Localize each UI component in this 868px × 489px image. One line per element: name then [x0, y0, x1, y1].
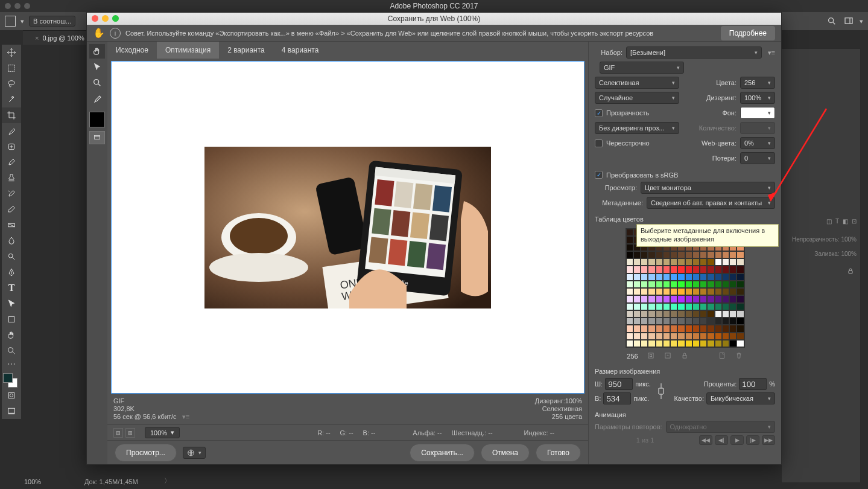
- ct-shift-icon[interactable]: [664, 351, 672, 361]
- tab-source[interactable]: Исходное: [107, 42, 157, 59]
- save-button[interactable]: Сохранить...: [410, 444, 475, 462]
- svg-rect-51: [683, 355, 686, 358]
- workspace-icon[interactable]: [843, 15, 855, 27]
- type-tool-icon[interactable]: T: [2, 280, 21, 296]
- info-colors: 256 цвета: [535, 413, 582, 420]
- websnap-value[interactable]: 0%▾: [740, 137, 775, 149]
- minimize-icon[interactable]: [102, 15, 109, 22]
- crop-tool-icon[interactable]: [2, 107, 21, 123]
- browser-preview-select[interactable]: ▾: [183, 447, 206, 459]
- brush-tool-icon[interactable]: [2, 155, 21, 170]
- panel-icon[interactable]: ◧: [843, 218, 848, 225]
- transp-dither-select[interactable]: Без дизеринга проз...▾: [595, 122, 679, 134]
- link-dimensions-icon[interactable]: [656, 382, 667, 400]
- color-swatch[interactable]: [2, 373, 21, 388]
- document-tab-label: 0.jpg @ 100%: [42, 34, 84, 42]
- matte-select[interactable]: ▾: [740, 107, 775, 119]
- preset-select[interactable]: [Безымени]▾: [626, 46, 762, 59]
- zoom-tool-icon[interactable]: [2, 343, 21, 359]
- move-tool-icon[interactable]: [2, 45, 21, 60]
- tab-2up[interactable]: 2 варианта: [219, 42, 273, 59]
- ratio-select[interactable]: В соотнош...: [29, 16, 75, 27]
- search-icon[interactable]: [826, 15, 838, 27]
- colors-select[interactable]: 256▾: [740, 77, 775, 89]
- quality-select[interactable]: Бикубическая▾: [706, 392, 775, 404]
- heal-tool-icon[interactable]: [2, 139, 21, 155]
- eyedropper-tool-icon[interactable]: [2, 123, 21, 139]
- panel-icon[interactable]: ◫: [826, 218, 832, 225]
- interlaced-checkbox[interactable]: ✓: [595, 139, 603, 147]
- panel-icon[interactable]: ⊡: [852, 218, 857, 225]
- srgb-checkbox[interactable]: ✓: [595, 171, 603, 179]
- path-select-icon[interactable]: [2, 296, 21, 312]
- document-tab[interactable]: × 0.jpg @ 100%: [23, 30, 92, 45]
- transparency-checkbox[interactable]: ✓: [595, 109, 603, 117]
- svg-rect-38: [372, 208, 391, 235]
- eyedropper-icon[interactable]: [89, 91, 105, 106]
- marquee-tool-icon[interactable]: [2, 60, 21, 76]
- info-dither: Дизеринг:100%: [535, 397, 582, 404]
- ct-lock-icon[interactable]: [680, 351, 689, 361]
- more-tools-icon[interactable]: ⋯: [2, 359, 21, 369]
- info-size: 302,8K: [113, 405, 189, 412]
- ct-new-icon[interactable]: [718, 351, 726, 361]
- hand-icon: ✋: [93, 27, 105, 39]
- blur-tool-icon[interactable]: [2, 233, 21, 249]
- slice-select-icon[interactable]: [89, 60, 105, 74]
- format-select[interactable]: GIF▾: [600, 62, 684, 74]
- tip-more-button[interactable]: Подробнее: [721, 26, 775, 40]
- panel-menu-icon[interactable]: ▾≡: [768, 49, 775, 57]
- chevron-right-icon[interactable]: 〉: [164, 476, 171, 485]
- zoom-select[interactable]: 100%▾: [145, 427, 180, 438]
- cancel-button[interactable]: Отмена: [481, 444, 530, 462]
- lossy-value[interactable]: 0▾: [740, 152, 775, 164]
- eyedropper-color[interactable]: [89, 112, 105, 127]
- metadata-select[interactable]: Сведения об авт. правах и контакты▾: [647, 197, 775, 209]
- ct-snap-icon[interactable]: [647, 351, 655, 361]
- tab-optimized[interactable]: Оптимизация: [157, 42, 219, 59]
- hand-tool-icon[interactable]: [89, 44, 105, 59]
- grid-minus-icon[interactable]: ⊟: [113, 428, 123, 438]
- dither-value[interactable]: 100%▾: [740, 92, 775, 104]
- zoom-tool-icon[interactable]: [89, 75, 105, 90]
- svg-rect-45: [426, 243, 446, 270]
- preview-button[interactable]: Просмотр...: [115, 444, 177, 462]
- eraser-tool-icon[interactable]: [2, 202, 21, 217]
- stamp-tool-icon[interactable]: [2, 170, 21, 186]
- tab-4up[interactable]: 4 варианта: [273, 42, 328, 59]
- gradient-tool-icon[interactable]: [2, 217, 21, 233]
- panel-icon[interactable]: T: [835, 218, 839, 225]
- preview-profile-select[interactable]: Цвет монитора▾: [641, 182, 775, 194]
- wand-tool-icon[interactable]: [2, 92, 21, 107]
- menu-icon[interactable]: ▾≡: [182, 413, 189, 420]
- width-input[interactable]: [605, 378, 633, 390]
- pen-tool-icon[interactable]: [2, 264, 21, 280]
- hand-tool-icon[interactable]: [2, 327, 21, 343]
- history-brush-icon[interactable]: [2, 186, 21, 202]
- slice-visibility-icon[interactable]: [89, 131, 105, 144]
- close-tab-icon[interactable]: ×: [35, 34, 39, 42]
- percent-input[interactable]: [739, 378, 767, 390]
- lock-icon[interactable]: [847, 267, 854, 276]
- readouts-bar: ⊟ ⊞ 100%▾ R: -- G: -- B: -- Альфа: -- Ше…: [107, 424, 588, 440]
- preview-canvas[interactable]: ONES T WATC: [111, 61, 584, 394]
- dither-alg-select[interactable]: Случайное▾: [595, 92, 679, 104]
- maximize-icon[interactable]: [112, 15, 119, 22]
- height-input[interactable]: [603, 392, 631, 404]
- shape-tool-icon[interactable]: [2, 312, 21, 327]
- svg-line-8: [8, 223, 15, 226]
- dodge-tool-icon[interactable]: [2, 249, 21, 264]
- grid-plus-icon[interactable]: ⊞: [125, 428, 135, 438]
- app-title: Adobe Photoshop CC 2017: [390, 2, 478, 10]
- screenmode-icon[interactable]: [2, 403, 21, 419]
- lasso-tool-icon[interactable]: [2, 76, 21, 92]
- svg-rect-42: [369, 237, 388, 264]
- palette-select[interactable]: Селективная▾: [595, 77, 679, 89]
- ct-trash-icon[interactable]: [735, 351, 743, 361]
- svg-rect-4: [8, 65, 15, 72]
- done-button[interactable]: Готово: [536, 444, 581, 462]
- quickmask-icon[interactable]: [2, 388, 21, 403]
- preview-info: GIF 302,8K 56 сек @ 56,6 кбит/с ▾≡ Дизер…: [107, 395, 588, 424]
- last-frame-button: ▶▶: [762, 435, 775, 445]
- close-icon[interactable]: [92, 15, 98, 22]
